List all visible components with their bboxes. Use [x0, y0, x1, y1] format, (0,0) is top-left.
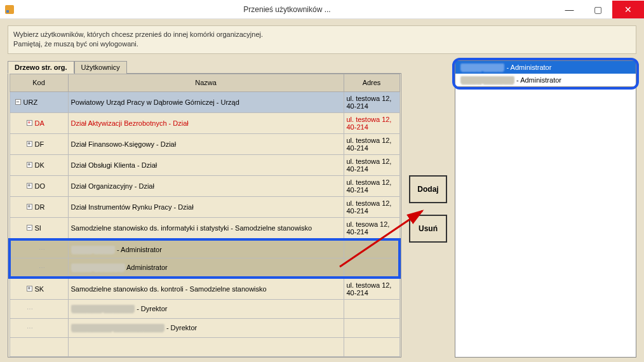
tree-row-dr[interactable]: +DR Dział Instrumentów Rynku Pracy - Dzi… [10, 196, 399, 217]
tree-row-si[interactable]: −SI Samodzielne stanowisko ds. informaty… [10, 217, 399, 239]
tree-row-da[interactable]: +DA Dział Aktywizacji Bezrobotnych - Dzi… [10, 112, 399, 133]
expand-icon[interactable]: + [27, 141, 32, 147]
tree-row-si-user1[interactable]: ⋯ ████ ████ - Administrator [10, 239, 399, 258]
tree-row-df[interactable]: +DF Dział Finansowo-Księgowy - Dział ul.… [10, 133, 399, 154]
instruction-line-1: Wybierz użytkowników, których chcesz prz… [13, 30, 631, 39]
column-header-row: Kod Nazwa Adres [10, 74, 399, 91]
redacted-name: ████ ████ [460, 64, 504, 71]
tree-branch-icon: ⋯ [27, 325, 34, 332]
left-panel: Drzewo str. org. Użytkownicy Kod Nazwa A… [8, 60, 401, 358]
tree-grid[interactable]: Kod Nazwa Adres −URZ Powiatowy Urząd Pra… [8, 73, 401, 358]
minimize-button[interactable]: — [555, 1, 584, 18]
redacted-name: ████ ██████ [71, 264, 125, 271]
tree-row-dyr1[interactable]: ⋯ ██████ ██████ - Dyrektor [10, 299, 399, 318]
selected-user-row[interactable]: ████ ██████ - Administrator [455, 74, 636, 86]
expand-icon[interactable]: + [27, 162, 32, 168]
main-area: Drzewo str. org. Użytkownicy Kod Nazwa A… [8, 60, 636, 358]
tab-users[interactable]: Użytkownicy [74, 61, 127, 74]
instruction-line-2: Pamiętaj, że muszą być oni wylogowani. [13, 39, 631, 49]
app-icon [0, 0, 19, 19]
remove-button[interactable]: Usuń [409, 215, 447, 243]
selected-users-list[interactable]: ████ ████ - Administrator ████ ██████ - … [455, 60, 636, 87]
tree-branch-icon: ⋯ [39, 264, 46, 271]
col-header-nazwa[interactable]: Nazwa [68, 74, 344, 91]
tree-row-dk[interactable]: +DK Dział Obsługi Klienta - Dział ul. te… [10, 154, 399, 175]
transfer-buttons: Dodaj Usuń [401, 60, 455, 358]
add-button[interactable]: Dodaj [409, 175, 447, 203]
expand-icon[interactable]: + [27, 204, 32, 210]
tab-org-tree[interactable]: Drzewo str. org. [8, 61, 74, 74]
right-panel: ████ ████ - Administrator ████ ██████ - … [455, 60, 636, 358]
expand-icon[interactable]: − [27, 225, 32, 231]
window-title: Przenieś użytkowników ... [19, 5, 555, 14]
expand-icon[interactable]: + [27, 120, 32, 126]
close-button[interactable]: ✕ [612, 1, 644, 18]
maximize-button[interactable]: ▢ [584, 1, 612, 18]
tree-row-sk[interactable]: +SK Samodzielne stanowisko ds. kontroli … [10, 278, 399, 300]
dialog-window: Przenieś użytkowników ... — ▢ ✕ Wybierz … [0, 0, 644, 362]
expand-icon[interactable]: + [27, 286, 32, 292]
tree-branch-icon: ⋯ [27, 305, 34, 312]
svg-rect-1 [6, 10, 9, 13]
client-area: Wybierz użytkowników, których chcesz prz… [0, 19, 644, 362]
redacted-name: ████████ ██████████ [71, 324, 164, 332]
dialog-buttons: OK Anuluj [8, 358, 636, 362]
tab-bar: Drzewo str. org. Użytkownicy [8, 60, 401, 73]
expand-icon[interactable]: − [15, 99, 21, 105]
tree-row-do[interactable]: +DO Dział Organizacyjny - Dział ul. test… [10, 175, 399, 196]
selected-list-empty-area [455, 87, 636, 358]
tree-row-dyr2[interactable]: ⋯ ████████ ██████████ - Dyrektor [10, 318, 399, 337]
tree-row-empty [10, 337, 399, 356]
tree-row-urz[interactable]: −URZ Powiatowy Urząd Pracy w Dąbrowie Gó… [10, 91, 399, 112]
tree-row-si-user2[interactable]: ⋯ ████ ██████ Administrator [10, 258, 399, 278]
redacted-name: ████ ████ [71, 246, 115, 253]
instructions-panel: Wybierz użytkowników, których chcesz prz… [8, 25, 636, 54]
redacted-name: ██████ ██████ [71, 305, 135, 312]
col-header-adres[interactable]: Adres [344, 74, 399, 91]
window-controls: — ▢ ✕ [555, 1, 644, 18]
redacted-name: ████ ██████ [460, 76, 514, 84]
col-header-kod[interactable]: Kod [10, 74, 68, 91]
expand-icon[interactable]: + [27, 183, 32, 189]
titlebar: Przenieś użytkowników ... — ▢ ✕ [0, 0, 644, 19]
tree-branch-icon: ⋯ [39, 246, 46, 253]
selected-user-row[interactable]: ████ ████ - Administrator [455, 61, 636, 74]
